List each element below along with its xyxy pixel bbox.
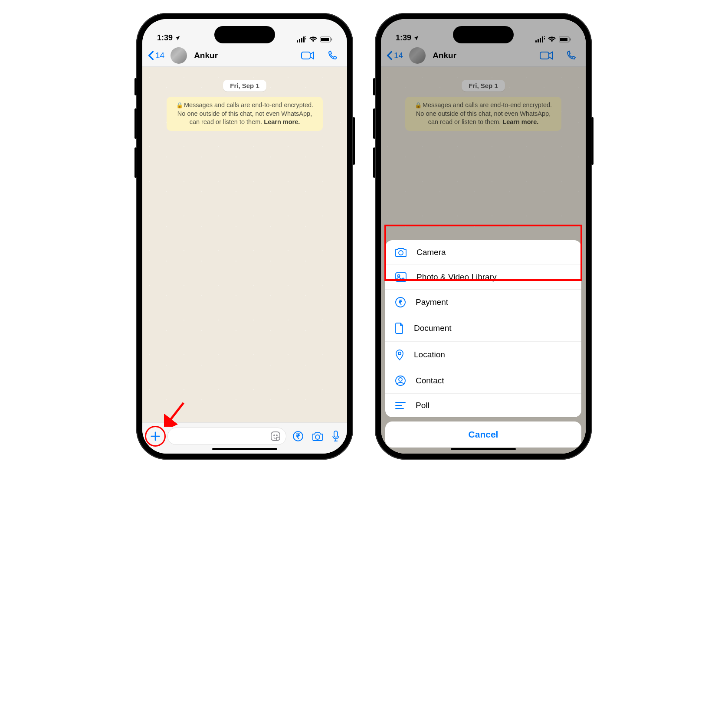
lock-icon: 🔒 [176, 102, 183, 108]
chat-area[interactable]: Fri, Sep 1 🔒Messages and calls are end-t… [142, 67, 347, 422]
encryption-notice[interactable]: 🔒Messages and calls are end-to-end encry… [167, 97, 323, 131]
sheet-item-photo-library[interactable]: Photo & Video Library [385, 265, 581, 289]
svg-line-10 [168, 403, 184, 422]
svg-point-27 [399, 251, 403, 255]
svg-point-33 [399, 378, 402, 381]
svg-point-29 [398, 275, 400, 277]
mic-icon [331, 430, 340, 442]
nav-bar: 14 Ankur [142, 44, 347, 67]
annotation-arrow [164, 401, 186, 427]
svg-rect-3 [303, 36, 305, 42]
dynamic-island [214, 26, 275, 43]
cancel-button[interactable]: Cancel [385, 421, 581, 448]
svg-rect-9 [302, 52, 310, 59]
attach-button[interactable] [148, 428, 163, 444]
back-count: 14 [155, 51, 164, 60]
svg-rect-1 [299, 39, 300, 42]
svg-point-12 [274, 435, 275, 436]
sheet-item-location[interactable]: Location [385, 341, 581, 368]
wifi-icon [309, 36, 318, 42]
svg-rect-11 [271, 432, 280, 441]
document-icon [395, 322, 404, 334]
phone-left: 1:39 14 Ankur Fri, S [136, 13, 353, 460]
home-indicator[interactable] [451, 448, 516, 450]
svg-point-15 [315, 435, 320, 439]
sheet-item-contact[interactable]: Contact [385, 368, 581, 393]
svg-rect-0 [297, 40, 298, 42]
poll-icon [395, 401, 406, 410]
camera-button[interactable] [310, 431, 325, 442]
payment-button[interactable] [291, 431, 305, 442]
attachment-sheet: Camera Photo & Video Library Payment Doc… [381, 240, 586, 454]
phone-icon [327, 50, 338, 61]
date-pill: Fri, Sep 1 [223, 80, 266, 91]
svg-rect-2 [301, 38, 302, 42]
annotation-circle [145, 426, 166, 447]
home-indicator[interactable] [212, 448, 277, 450]
sheet-item-payment[interactable]: Payment [385, 289, 581, 315]
svg-rect-4 [305, 36, 306, 37]
avatar[interactable] [171, 47, 187, 64]
svg-point-13 [276, 435, 277, 436]
location-arrow-icon [174, 35, 180, 41]
video-call-button[interactable] [297, 51, 319, 60]
svg-rect-28 [396, 273, 406, 281]
photo-icon [395, 272, 407, 282]
sheet-item-poll[interactable]: Poll [385, 393, 581, 417]
svg-point-31 [398, 352, 401, 355]
back-button[interactable]: 14 [148, 51, 164, 60]
location-icon [395, 349, 404, 361]
sheet-item-document[interactable]: Document [385, 315, 581, 341]
camera-icon [312, 431, 324, 442]
video-icon [301, 51, 315, 60]
phone-right: 1:39 14 Ankur Fri, Sep 1 🔒Messages a [375, 13, 592, 460]
rupee-icon [395, 297, 406, 308]
contact-name[interactable]: Ankur [194, 51, 218, 60]
battery-icon [320, 36, 332, 42]
svg-rect-7 [321, 38, 329, 41]
svg-rect-5 [305, 38, 306, 39]
message-input[interactable] [167, 428, 286, 445]
contact-icon [395, 375, 406, 386]
chevron-left-icon [148, 51, 154, 60]
mic-button[interactable] [330, 430, 342, 442]
cellular-icon [297, 36, 306, 42]
voice-call-button[interactable] [323, 50, 342, 61]
dynamic-island [453, 26, 514, 43]
sticker-icon [270, 431, 281, 441]
camera-icon [395, 247, 407, 258]
svg-rect-8 [331, 39, 332, 41]
sheet-item-camera[interactable]: Camera [385, 240, 581, 265]
svg-rect-16 [334, 431, 338, 437]
status-time: 1:39 [157, 33, 173, 42]
rupee-icon [292, 431, 304, 442]
